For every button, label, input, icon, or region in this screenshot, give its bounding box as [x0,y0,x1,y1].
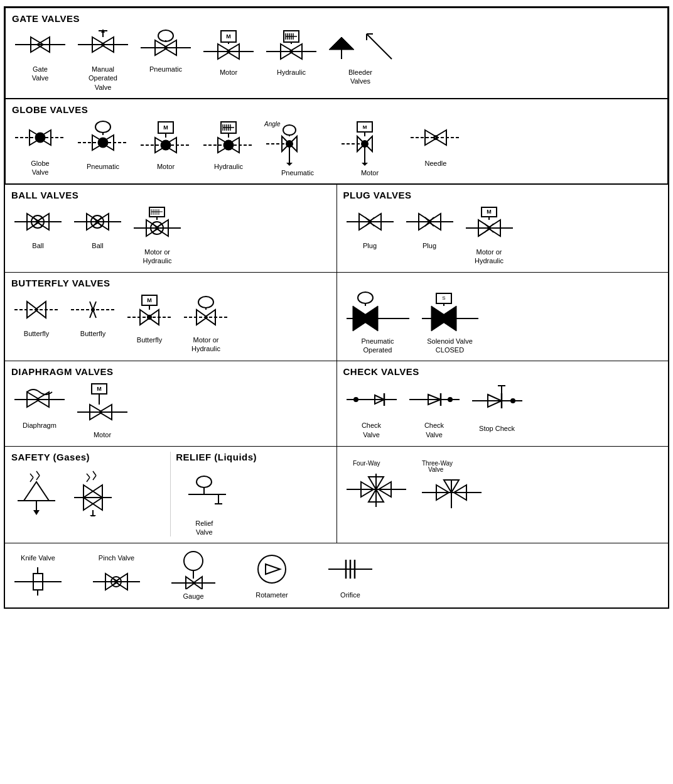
svg-point-89 [361,140,369,148]
svg-point-207 [197,476,212,487]
svg-text:M: M [163,124,168,131]
svg-text:Angle: Angle [264,121,281,128]
safety-relief-section: SAFETY (Gases) [5,447,337,543]
solenoid-valve-closed-label: Solenoid ValveCLOSED [427,337,473,355]
safety-gases-title: SAFETY (Gases) [11,452,165,462]
angle-motor-label: Motor [361,168,379,177]
butterfly-valves-section: BUTTERFLY VALVES Butterfly [5,273,337,361]
needle-valve-item: Needle [407,119,464,168]
globe-pneumatic-item: Pneumatic [75,119,131,171]
stop-check-valve-symbol [469,381,525,422]
svg-point-50 [35,133,45,143]
ball-motor-hydraulic-label: Motor orHydraulic [143,248,172,266]
safety-gases-section: SAFETY (Gases) [11,452,171,537]
svg-text:M: M [226,33,231,40]
plug-valve-2-symbol [403,204,456,239]
diaphragm-motor-label: Motor [94,430,111,439]
svg-text:M: M [97,386,102,392]
angle-pneumatic-label: Pneumatic [281,168,314,177]
plug-motor-hydraulic-symbol: M [463,204,516,245]
pinch-valve-item: Pinch Valve [90,554,143,596]
plug-valve-1-symbol [343,204,397,239]
relief-liquids-section: RELIEF (Liquids) [171,452,330,537]
safety-gases-row [11,466,165,516]
globe-hydraulic-label: Hydraulic [214,162,243,171]
check-valve-2-label: CheckValve [424,421,444,439]
four-way-valve-item: Four-Way [343,458,412,514]
butterfly-motor-hyd-label: Motor orHydraulic [191,335,220,354]
ball-motor-hydraulic-item: Motor orHydraulic [131,204,184,266]
diaphragm-motor-item: M Motor [74,381,131,439]
diaphragm-valves-row: Diaphragm M Motor [11,381,330,439]
gate-motor-item: M Motor [200,28,257,77]
angle-motor-symbol: M [338,119,401,166]
svg-text:M: M [363,124,367,130]
svg-marker-93 [362,163,368,166]
safety-1-item [11,466,62,516]
globe-valves-title: GLOBE VALVES [12,104,661,115]
butterfly-special-row: BUTTERFLY VALVES Butterfly [5,272,668,361]
svg-marker-84 [286,163,293,166]
orifice-label: Orifice [340,591,360,599]
stop-check-valve-item: Stop Check [469,381,525,433]
butterfly-motor-hyd-item: Motor orHydraulic [181,292,231,354]
four-three-way-row: Four-Way Three-Way Valve [343,458,662,514]
svg-point-18 [158,30,173,41]
ball-valve-2-symbol [71,204,124,239]
pinch-valve-top-label: Pinch Valve [99,554,134,562]
gate-pneumatic-label: Pneumatic [149,65,182,74]
plug-valve-2-label: Plug [423,241,436,250]
check-valve-2-symbol [406,381,463,418]
manual-valve-label: ManualOperatedValve [89,65,117,92]
butterfly-valves-row: Butterfly Butterfly [11,292,330,354]
diaphragm-valve-item: Diaphragm [11,381,68,430]
pneumatic-operated-item: PneumaticOperated [343,290,412,355]
svg-point-195 [510,398,515,403]
ball-valve-1-item: Ball [11,204,65,250]
gate-valve-symbol [12,28,68,62]
svg-point-164 [358,292,373,303]
ball-valves-row: Ball Ball [11,204,330,266]
three-way-valve-symbol: Three-Way Valve [419,458,488,514]
globe-valves-row: GlobeValve Pneumatic [12,119,661,177]
svg-text:Four-Way: Four-Way [353,460,380,467]
diaphragm-valves-title: DIAPHRAGM VALVES [11,366,330,377]
gate-valve-label: GateValve [32,65,49,83]
globe-pneumatic-label: Pneumatic [87,162,119,171]
svg-marker-200 [33,510,40,515]
gauge-label: Gauge [183,592,203,601]
knife-valve-symbol [11,564,65,596]
butterfly-1-label: Butterfly [24,329,49,338]
pinch-valve-symbol [90,564,143,596]
manual-valve-item: ManualOperatedValve [75,28,131,92]
svg-point-159 [198,297,213,308]
pneumatic-operated-symbol [343,290,412,334]
gate-motor-label: Motor [220,68,237,77]
butterfly-1-symbol [11,292,62,327]
gate-hydraulic-label: Hydraulic [277,68,306,77]
plug-valve-2-item: Plug [403,204,456,250]
plug-motor-hydraulic-item: M Motor orHydraulic [463,204,516,266]
check-valve-1-label: CheckValve [362,421,381,439]
svg-point-152 [147,315,152,320]
angle-pneumatic-symbol: Angle [263,119,332,166]
knife-valve-top-label: Knife Valve [21,554,55,562]
butterfly-1-item: Butterfly [11,292,62,338]
ball-valves-section: BALL VALVES Ball [5,185,337,272]
svg-point-54 [98,138,108,148]
pneumatic-operated-label: PneumaticOperated [362,337,394,355]
plug-valves-section: PLUG VALVES Plug [337,185,669,272]
gauge-item: Gauge [168,548,218,601]
svg-point-55 [95,121,110,133]
four-three-way-section: Four-Way Three-Way Valve [337,447,669,543]
safety-1-symbol [14,466,58,516]
solenoid-valve-closed-symbol: S [419,290,482,334]
svg-marker-163 [359,306,378,331]
gate-valves-row: GateValve ManualOperatedValve [12,28,661,92]
svg-line-43 [367,34,392,59]
svg-marker-41 [329,37,354,50]
diaphragm-valves-section: DIAPHRAGM VALVES Diaphragm [5,361,337,445]
butterfly-2-item: Butterfly [68,292,118,338]
check-valves-title: CHECK VALVES [343,366,662,377]
gate-valves-title: GATE VALVES [12,13,661,24]
